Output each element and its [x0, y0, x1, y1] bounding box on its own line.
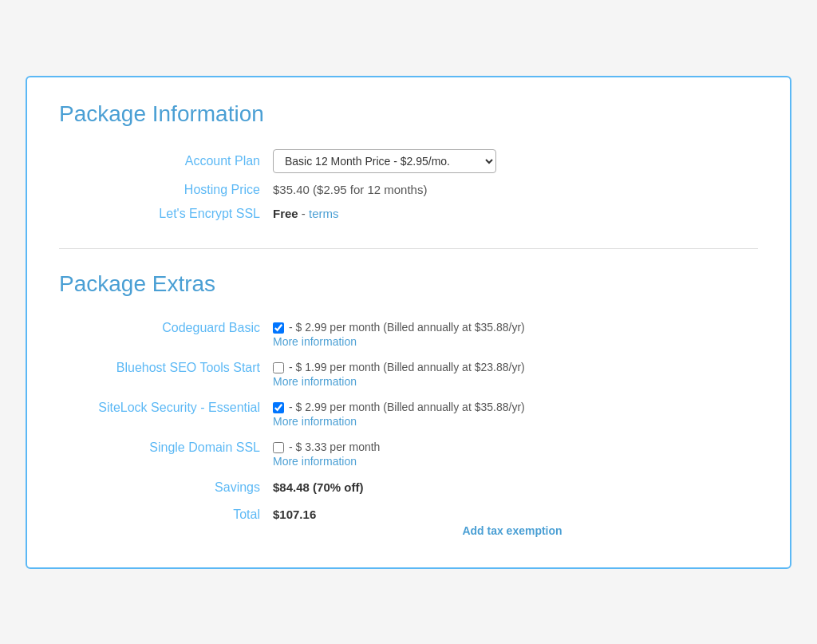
sitelock-more-info[interactable]: More information [273, 415, 752, 428]
main-card: Package Information Account Plan Basic 1… [26, 76, 791, 569]
table-row: Bluehost SEO Tools Start - $ 1.99 per mo… [59, 354, 758, 394]
package-extras-title: Package Extras [59, 271, 758, 297]
ssl-domain-label: Single Domain SSL [59, 434, 266, 474]
hosting-price-row: Hosting Price $35.40 ($2.95 for 12 month… [59, 178, 758, 202]
seo-description: - $ 1.99 per month (Billed annually at $… [289, 361, 525, 373]
extras-table: Codeguard Basic - $ 2.99 per month (Bill… [59, 314, 758, 543]
total-label: Total [59, 501, 266, 543]
savings-value: $84.48 (70% off) [266, 474, 758, 501]
sitelock-description: - $ 2.99 per month (Billed annually at $… [289, 401, 525, 413]
ssl-label: Let's Encrypt SSL [59, 202, 266, 226]
package-information-section: Package Information Account Plan Basic 1… [59, 101, 758, 226]
codeguard-value: - $ 2.99 per month (Billed annually at $… [266, 314, 758, 354]
hosting-price-label: Hosting Price [59, 178, 266, 202]
seo-checkbox-row: - $ 1.99 per month (Billed annually at $… [273, 361, 752, 373]
ssl-domain-checkbox-row: - $ 3.33 per month [273, 441, 752, 453]
sitelock-checkbox-row: - $ 2.99 per month (Billed annually at $… [273, 401, 752, 413]
codeguard-description: - $ 2.99 per month (Billed annually at $… [289, 321, 525, 334]
package-information-title: Package Information [59, 101, 758, 127]
hosting-price-value: $35.40 ($2.95 for 12 months) [266, 178, 758, 202]
section-divider [59, 248, 758, 249]
table-row: SiteLock Security - Essential - $ 2.99 p… [59, 394, 758, 434]
ssl-free-text: Free [273, 207, 298, 220]
ssl-separator: - [302, 207, 309, 220]
table-row: Single Domain SSL - $ 3.33 per month Mor… [59, 434, 758, 474]
account-plan-value: Basic 12 Month Price - $2.95/mo. Basic 2… [266, 144, 758, 178]
total-value: $107.16 Add tax exemption [266, 501, 758, 543]
seo-more-info[interactable]: More information [273, 375, 752, 388]
package-info-table: Account Plan Basic 12 Month Price - $2.9… [59, 144, 758, 226]
ssl-domain-value: - $ 3.33 per month More information [266, 434, 758, 474]
seo-label: Bluehost SEO Tools Start [59, 354, 266, 394]
codeguard-label: Codeguard Basic [59, 314, 266, 354]
savings-label: Savings [59, 474, 266, 501]
package-extras-section: Package Extras Codeguard Basic - $ 2.99 … [59, 271, 758, 543]
sitelock-checkbox[interactable] [273, 402, 284, 413]
codeguard-checkbox[interactable] [273, 322, 284, 334]
total-row: Total $107.16 Add tax exemption [59, 501, 758, 543]
ssl-row: Let's Encrypt SSL Free - terms [59, 202, 758, 226]
seo-checkbox[interactable] [273, 362, 284, 373]
savings-row: Savings $84.48 (70% off) [59, 474, 758, 501]
sitelock-label: SiteLock Security - Essential [59, 394, 266, 434]
seo-value: - $ 1.99 per month (Billed annually at $… [266, 354, 758, 394]
codeguard-more-info[interactable]: More information [273, 335, 752, 348]
account-plan-select[interactable]: Basic 12 Month Price - $2.95/mo. Basic 2… [273, 149, 496, 173]
ssl-domain-description: - $ 3.33 per month [289, 441, 380, 453]
ssl-domain-checkbox[interactable] [273, 442, 284, 453]
account-plan-row: Account Plan Basic 12 Month Price - $2.9… [59, 144, 758, 178]
tax-exemption-link[interactable]: Add tax exemption [273, 524, 752, 537]
ssl-domain-more-info[interactable]: More information [273, 455, 752, 468]
table-row: Codeguard Basic - $ 2.99 per month (Bill… [59, 314, 758, 354]
ssl-terms-link[interactable]: terms [309, 207, 339, 220]
ssl-value: Free - terms [266, 202, 758, 226]
account-plan-label: Account Plan [59, 144, 266, 178]
sitelock-value: - $ 2.99 per month (Billed annually at $… [266, 394, 758, 434]
codeguard-checkbox-row: - $ 2.99 per month (Billed annually at $… [273, 321, 752, 334]
